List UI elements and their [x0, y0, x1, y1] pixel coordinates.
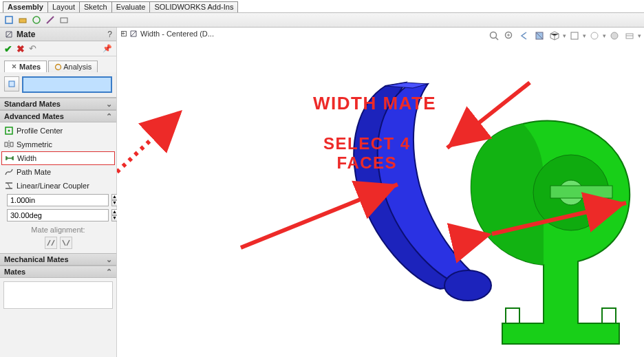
- fm-tab-config-manager-icon[interactable]: [30, 14, 43, 26]
- fm-tab-property-manager-icon[interactable]: [17, 14, 29, 26]
- svg-rect-8: [5, 142, 8, 147]
- mate-selections-list[interactable]: [22, 76, 112, 93]
- mate-symmetric-label: Symmetric: [17, 140, 52, 149]
- mate-width-label: Width: [17, 154, 36, 162]
- distance-input[interactable]: [7, 194, 109, 206]
- tab-sketch[interactable]: Sketch: [79, 1, 112, 12]
- angle-input[interactable]: [7, 209, 109, 221]
- tab-mates-label: Mates: [19, 63, 41, 71]
- align-aligned-button[interactable]: [45, 237, 57, 249]
- chevron-up-icon: ⌃: [106, 112, 112, 121]
- pm-title: Mate: [17, 30, 35, 39]
- tab-evaluate[interactable]: Evaluate: [111, 1, 151, 12]
- angle-row: ▲▼: [1, 208, 115, 223]
- section-standard-label: Standard Mates: [4, 100, 61, 108]
- command-tab-bar: Assembly Layout Sketch Evaluate SOLIDWOR…: [0, 0, 644, 12]
- path-mate-icon: [4, 167, 14, 177]
- svg-point-2: [33, 17, 40, 23]
- width-mate-icon: [5, 153, 14, 163]
- symmetric-icon: [4, 140, 14, 149]
- mate-icon: [4, 30, 14, 39]
- cancel-button[interactable]: ✖: [17, 43, 25, 54]
- chevron-down-icon: ⌄: [106, 100, 112, 109]
- svg-point-7: [8, 130, 10, 132]
- chevron-up-icon: ⌃: [106, 268, 112, 277]
- advanced-mates-body: Profile Center Symmetric Width Path Mate…: [0, 122, 116, 253]
- svg-rect-1: [19, 19, 26, 23]
- mate-profile-center-label: Profile Center: [17, 127, 63, 135]
- linear-coupler-icon: [4, 181, 14, 191]
- section-standard-mates[interactable]: Standard Mates ⌄: [0, 98, 116, 110]
- svg-point-20: [444, 270, 491, 301]
- profile-center-icon: [4, 126, 14, 136]
- section-mates-list[interactable]: Mates ⌃: [0, 266, 116, 278]
- help-button[interactable]: ?: [107, 30, 112, 39]
- svg-rect-0: [6, 17, 12, 23]
- distance-row: ▲▼: [1, 193, 115, 208]
- tab-analysis-label: Analysis: [63, 63, 92, 71]
- svg-point-4: [56, 65, 61, 70]
- align-anti-icon: [61, 239, 71, 247]
- mate-linear-coupler-label: Linear/Linear Coupler: [17, 182, 89, 190]
- annotation-title: WIDTH MATE: [313, 93, 436, 114]
- align-aligned-icon: [46, 239, 56, 247]
- annotation-line2a: SELECT 4: [323, 134, 411, 153]
- mate-width[interactable]: Width: [1, 151, 115, 165]
- tab-layout[interactable]: Layout: [47, 1, 80, 12]
- pm-confirm-row: ✔ ✖ ↶ 📌: [0, 41, 116, 56]
- mate-path[interactable]: Path Mate: [1, 165, 115, 179]
- mates-list-body: [0, 278, 116, 312]
- tab-assembly[interactable]: Assembly: [3, 1, 48, 12]
- tab-addins[interactable]: SOLIDWORKS Add-Ins: [149, 1, 238, 12]
- entity-icon: [7, 79, 17, 89]
- mate-inner-tabs: Mates Analysis: [0, 56, 116, 72]
- undo-arrow-icon[interactable]: ↶: [29, 43, 36, 54]
- svg-rect-9: [10, 142, 13, 147]
- selection-filter-button[interactable]: [4, 76, 19, 91]
- feature-manager-tab-bar: [0, 12, 644, 28]
- fm-tab-display-manager-icon[interactable]: [58, 14, 70, 26]
- svg-rect-19: [550, 186, 612, 198]
- section-advanced-label: Advanced Mates: [4, 112, 64, 120]
- pm-title-bar: Mate ?: [0, 28, 116, 41]
- section-mechanical-mates[interactable]: Mechanical Mates ⌄: [0, 253, 116, 266]
- analysis-icon: [54, 63, 62, 71]
- fm-tab-dim-manager-icon[interactable]: [44, 14, 56, 26]
- align-anti-button[interactable]: [60, 237, 72, 249]
- svg-rect-5: [9, 81, 14, 87]
- section-mates-list-label: Mates: [4, 268, 25, 276]
- paperclip-icon: [10, 63, 18, 71]
- mate-linear-coupler[interactable]: Linear/Linear Coupler: [1, 179, 115, 193]
- mate-selections-panel: [0, 72, 116, 98]
- tab-analysis[interactable]: Analysis: [48, 61, 98, 72]
- tab-mates[interactable]: Mates: [4, 61, 47, 72]
- mate-profile-center[interactable]: Profile Center: [1, 124, 115, 138]
- alignment-buttons: [1, 237, 115, 252]
- property-manager-panel: Mate ? ✔ ✖ ↶ 📌 Mates Analysis: [0, 28, 117, 357]
- model-render: [117, 28, 644, 357]
- pushpin-icon[interactable]: 📌: [103, 44, 112, 53]
- existing-mates-listbox[interactable]: [3, 281, 113, 309]
- section-advanced-mates[interactable]: Advanced Mates ⌃: [0, 110, 116, 122]
- mate-alignment-label: Mate alignment:: [1, 223, 115, 237]
- mate-path-label: Path Mate: [17, 168, 51, 176]
- chevron-down-icon: ⌄: [106, 255, 112, 264]
- mate-symmetric[interactable]: Symmetric: [1, 138, 115, 151]
- fm-tab-feature-tree-icon[interactable]: [3, 14, 15, 26]
- graphics-viewport[interactable]: Width - Centered (D... ▾ ▾ ▾ ▾: [117, 28, 644, 357]
- section-mechanical-label: Mechanical Mates: [4, 255, 69, 263]
- annotation-line2b: FACES: [323, 153, 411, 173]
- svg-rect-3: [61, 18, 67, 23]
- ok-button[interactable]: ✔: [4, 43, 12, 54]
